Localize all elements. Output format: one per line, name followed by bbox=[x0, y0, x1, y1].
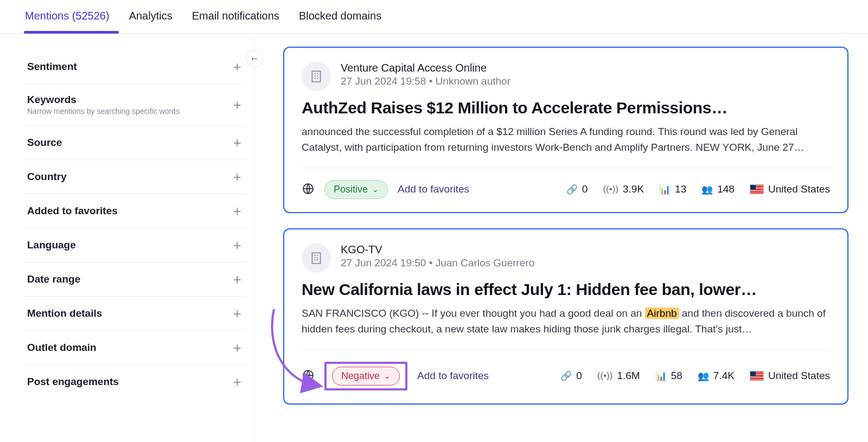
mention-title: New California laws in effect July 1: Hi… bbox=[302, 280, 830, 299]
web-icon bbox=[302, 182, 315, 197]
metric-value: 58 bbox=[671, 370, 682, 382]
mention-excerpt: SAN FRANCISCO (KGO) -- If you ever thoug… bbox=[302, 305, 830, 337]
mention-excerpt: announced the successful completion of a… bbox=[302, 124, 830, 156]
source-meta: 27 Jun 2024 19:50 • Juan Carlos Guerrero bbox=[341, 257, 534, 269]
metric-value: 13 bbox=[675, 183, 686, 195]
filter-label: Source bbox=[27, 137, 62, 149]
source-avatar bbox=[302, 62, 331, 91]
mention-card[interactable]: KGO-TV 27 Jun 2024 19:50 • Juan Carlos G… bbox=[283, 228, 848, 405]
sentiment-label: Negative bbox=[341, 370, 380, 382]
source-name: KGO-TV bbox=[341, 244, 534, 256]
expand-icon: + bbox=[233, 204, 241, 218]
metric-value: 0 bbox=[582, 183, 588, 195]
metric-audience: 👥148 bbox=[701, 183, 735, 195]
broadcast-icon: ((•)) bbox=[603, 184, 618, 195]
link-icon: 🔗 bbox=[560, 370, 572, 382]
chart-icon: 📊 bbox=[659, 184, 671, 195]
chart-icon: 📊 bbox=[655, 370, 667, 382]
expand-icon: + bbox=[233, 375, 241, 389]
expand-icon: + bbox=[233, 238, 241, 252]
annotation-highlight: Negative ⌄ bbox=[324, 362, 407, 390]
add-favorites-link[interactable]: Add to favorites bbox=[398, 183, 469, 195]
metric-shares: 📊58 bbox=[655, 370, 682, 382]
filter-label: Outlet domain bbox=[27, 342, 97, 354]
sentiment-pill[interactable]: Positive ⌄ bbox=[324, 180, 388, 199]
filter-sentiment[interactable]: Sentiment + bbox=[24, 50, 247, 84]
mention-card[interactable]: Venture Capital Access Online 27 Jun 202… bbox=[283, 47, 848, 213]
us-flag-icon bbox=[750, 184, 764, 194]
filter-keywords[interactable]: Keywords Narrow mentions by searching sp… bbox=[24, 84, 247, 126]
filter-date-range[interactable]: Date range + bbox=[24, 262, 247, 297]
filter-added-favorites[interactable]: Added to favorites + bbox=[24, 194, 247, 228]
metric-value: 0 bbox=[576, 370, 582, 382]
expand-icon: + bbox=[233, 98, 241, 112]
expand-icon: + bbox=[233, 272, 241, 286]
filter-label: Keywords bbox=[27, 94, 180, 106]
metric-audience: 👥7.4K bbox=[698, 370, 735, 382]
filter-label: Language bbox=[27, 239, 76, 251]
expand-icon: + bbox=[233, 306, 241, 321]
expand-icon: + bbox=[233, 136, 241, 150]
chevron-down-icon: ⌄ bbox=[384, 371, 391, 380]
filter-language[interactable]: Language + bbox=[24, 228, 247, 262]
filter-label: Sentiment bbox=[27, 61, 77, 73]
filters-sidebar: Sentiment + Keywords Narrow mentions by … bbox=[0, 34, 255, 442]
filter-label: Added to favorites bbox=[27, 205, 118, 217]
filter-label: Mention details bbox=[27, 308, 102, 319]
filter-source[interactable]: Source + bbox=[24, 126, 247, 160]
arrow-left-icon: ← bbox=[250, 53, 259, 65]
excerpt-text: SAN FRANCISCO (KGO) -- If you ever thoug… bbox=[302, 308, 645, 319]
metric-links: 🔗0 bbox=[560, 370, 582, 382]
expand-icon: + bbox=[233, 341, 241, 355]
sentiment-pill[interactable]: Negative ⌄ bbox=[332, 367, 400, 386]
metric-value: United States bbox=[768, 370, 830, 382]
metric-country: United States bbox=[750, 370, 830, 382]
expand-icon: + bbox=[233, 170, 241, 184]
tab-email-notifications[interactable]: Email notifications bbox=[191, 7, 280, 33]
people-icon: 👥 bbox=[701, 184, 713, 195]
metric-reach: ((•))3.9K bbox=[603, 183, 644, 195]
metric-shares: 📊13 bbox=[659, 183, 686, 195]
building-icon bbox=[309, 251, 323, 265]
broadcast-icon: ((•)) bbox=[597, 370, 613, 381]
filter-label: Country bbox=[27, 171, 67, 183]
tab-blocked-domains[interactable]: Blocked domains bbox=[298, 7, 382, 33]
svg-rect-8 bbox=[312, 253, 320, 264]
sentiment-label: Positive bbox=[334, 184, 368, 195]
metric-country: United States bbox=[750, 183, 830, 195]
mention-title: AuthZed Raises $12 Million to Accelerate… bbox=[302, 99, 830, 117]
chevron-down-icon: ⌄ bbox=[372, 185, 379, 194]
keyword-highlight: Airbnb bbox=[645, 308, 679, 319]
metric-reach: ((•))1.6M bbox=[597, 370, 640, 382]
filter-country[interactable]: Country + bbox=[24, 160, 247, 194]
filter-outlet-domain[interactable]: Outlet domain + bbox=[24, 331, 247, 365]
metric-value: 148 bbox=[717, 183, 735, 195]
metric-value: United States bbox=[768, 183, 830, 195]
metric-value: 3.9K bbox=[623, 183, 644, 195]
filter-post-engagements[interactable]: Post engagements + bbox=[24, 365, 247, 399]
tab-mentions[interactable]: Mentions (52526) bbox=[24, 7, 111, 33]
expand-icon: + bbox=[233, 60, 241, 74]
add-favorites-link[interactable]: Add to favorites bbox=[417, 370, 489, 382]
people-icon: 👥 bbox=[698, 370, 709, 382]
building-icon bbox=[309, 69, 323, 84]
metric-value: 1.6M bbox=[617, 370, 640, 382]
mentions-list: Venture Capital Access Online 27 Jun 202… bbox=[255, 34, 868, 442]
source-meta: 27 Jun 2024 19:58 • Unknown author bbox=[341, 75, 510, 87]
metric-links: 🔗0 bbox=[566, 183, 588, 195]
filter-label: Post engagements bbox=[27, 376, 119, 388]
metric-value: 7.4K bbox=[713, 370, 735, 382]
source-avatar bbox=[302, 244, 331, 273]
link-icon: 🔗 bbox=[566, 184, 578, 195]
tab-analytics[interactable]: Analytics bbox=[128, 7, 174, 33]
top-tabs: Mentions (52526) Analytics Email notific… bbox=[0, 0, 868, 34]
collapse-sidebar-button[interactable]: ← bbox=[246, 50, 263, 67]
us-flag-icon bbox=[750, 371, 764, 381]
filter-label: Date range bbox=[27, 273, 80, 285]
source-name: Venture Capital Access Online bbox=[341, 62, 510, 74]
web-icon bbox=[302, 369, 315, 383]
filter-mention-details[interactable]: Mention details + bbox=[24, 297, 247, 331]
filter-sublabel: Narrow mentions by searching specific wo… bbox=[27, 107, 180, 116]
svg-rect-0 bbox=[312, 71, 320, 82]
